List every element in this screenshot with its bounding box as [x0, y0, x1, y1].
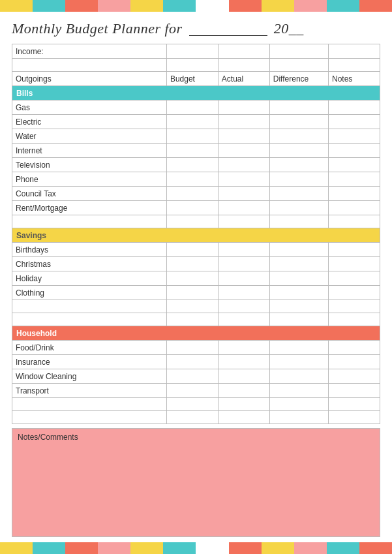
- row-phone-budget[interactable]: [166, 172, 218, 187]
- row-birthdays-notes[interactable]: [329, 243, 380, 257]
- er3-c5: [329, 300, 380, 313]
- row-holiday-budget[interactable]: [166, 271, 218, 286]
- notes-section[interactable]: Notes/Comments: [12, 428, 380, 537]
- er1-c4: [269, 59, 328, 72]
- savings-label: Savings: [12, 228, 380, 243]
- row-christmas-actual[interactable]: [218, 257, 269, 271]
- er1-c2: [166, 59, 218, 72]
- row-insurance-actual[interactable]: [218, 355, 269, 369]
- row-phone-label: Phone: [12, 172, 167, 187]
- bottom-bar-seg-10: [294, 542, 327, 554]
- row-clothing-notes[interactable]: [329, 286, 380, 300]
- bottom-bar-seg-12: [359, 542, 392, 554]
- row-council-tax-notes[interactable]: [329, 187, 380, 201]
- row-television-budget[interactable]: [166, 158, 218, 172]
- er3-c3: [218, 300, 269, 313]
- row-water-diff[interactable]: [269, 129, 328, 144]
- row-internet-notes[interactable]: [329, 144, 380, 158]
- bottom-bar-seg-3: [65, 542, 98, 554]
- col-outgoings: Outgoings: [12, 72, 167, 86]
- bills-section-header: Bills: [12, 86, 380, 100]
- row-window-cleaning: Window Cleaning: [12, 369, 380, 384]
- row-christmas-notes[interactable]: [329, 257, 380, 271]
- bottom-bar: [0, 542, 392, 554]
- row-electric: Electric: [12, 115, 380, 129]
- er3-c2: [166, 300, 218, 313]
- row-insurance-notes[interactable]: [329, 355, 380, 369]
- bottom-bar-seg-6: [163, 542, 196, 554]
- row-transport-label: Transport: [12, 384, 167, 398]
- top-bar-seg-2: [33, 0, 65, 12]
- row-transport-diff[interactable]: [269, 384, 328, 398]
- row-window-cleaning-diff[interactable]: [269, 369, 328, 384]
- row-internet-diff[interactable]: [269, 144, 328, 158]
- top-bar-seg-1: [0, 0, 33, 12]
- row-council-tax-budget[interactable]: [166, 187, 218, 201]
- bottom-bar-seg-9: [262, 542, 294, 554]
- row-rent-mortgage-diff[interactable]: [269, 201, 328, 215]
- row-clothing-budget[interactable]: [166, 286, 218, 300]
- top-bar-seg-8: [229, 0, 262, 12]
- row-gas-notes[interactable]: [329, 100, 380, 115]
- row-holiday-notes[interactable]: [329, 271, 380, 286]
- row-electric-notes[interactable]: [329, 115, 380, 129]
- row-television-actual[interactable]: [218, 158, 269, 172]
- top-bar-seg-3: [65, 0, 98, 12]
- row-television-diff[interactable]: [269, 158, 328, 172]
- row-electric-actual[interactable]: [218, 115, 269, 129]
- row-window-cleaning-notes[interactable]: [329, 369, 380, 384]
- row-rent-mortgage-budget[interactable]: [166, 201, 218, 215]
- row-christmas-diff[interactable]: [269, 257, 328, 271]
- row-water-actual[interactable]: [218, 129, 269, 144]
- row-gas-label: Gas: [12, 100, 167, 115]
- household-label: Household: [12, 326, 380, 341]
- row-rent-mortgage-notes[interactable]: [329, 201, 380, 215]
- row-gas-budget[interactable]: [166, 100, 218, 115]
- row-food-drink-budget[interactable]: [166, 341, 218, 355]
- row-phone-diff[interactable]: [269, 172, 328, 187]
- row-electric-budget[interactable]: [166, 115, 218, 129]
- row-gas-actual[interactable]: [218, 100, 269, 115]
- column-header-row: Outgoings Budget Actual Difference Notes: [12, 72, 380, 86]
- row-birthdays-diff[interactable]: [269, 243, 328, 257]
- row-water-notes[interactable]: [329, 129, 380, 144]
- row-phone-notes[interactable]: [329, 172, 380, 187]
- row-christmas-budget[interactable]: [166, 257, 218, 271]
- row-gas-diff[interactable]: [269, 100, 328, 115]
- row-birthdays-budget[interactable]: [166, 243, 218, 257]
- row-insurance-budget[interactable]: [166, 355, 218, 369]
- row-internet: Internet: [12, 144, 380, 158]
- row-council-tax-diff[interactable]: [269, 187, 328, 201]
- bottom-bar-seg-2: [33, 542, 65, 554]
- row-internet-actual[interactable]: [218, 144, 269, 158]
- row-rent-mortgage-actual[interactable]: [218, 201, 269, 215]
- row-council-tax-actual[interactable]: [218, 187, 269, 201]
- row-food-drink-actual[interactable]: [218, 341, 269, 355]
- row-clothing: Clothing: [12, 286, 380, 300]
- row-holiday-diff[interactable]: [269, 271, 328, 286]
- row-internet-budget[interactable]: [166, 144, 218, 158]
- row-clothing-actual[interactable]: [218, 286, 269, 300]
- row-phone-actual[interactable]: [218, 172, 269, 187]
- row-food-drink-notes[interactable]: [329, 341, 380, 355]
- title-year-suffix: __: [289, 20, 304, 37]
- row-transport-budget[interactable]: [166, 384, 218, 398]
- row-clothing-diff[interactable]: [269, 286, 328, 300]
- row-window-cleaning-actual[interactable]: [218, 369, 269, 384]
- row-holiday-actual[interactable]: [218, 271, 269, 286]
- row-transport-notes[interactable]: [329, 384, 380, 398]
- row-insurance-diff[interactable]: [269, 355, 328, 369]
- row-electric-diff[interactable]: [269, 115, 328, 129]
- row-water-budget[interactable]: [166, 129, 218, 144]
- row-birthdays-actual[interactable]: [218, 243, 269, 257]
- row-food-drink-label: Food/Drink: [12, 341, 167, 355]
- row-transport-actual[interactable]: [218, 384, 269, 398]
- er6-c5: [329, 411, 380, 424]
- income-diff: [269, 44, 328, 59]
- row-food-drink-diff[interactable]: [269, 341, 328, 355]
- top-bar-seg-10: [294, 0, 327, 12]
- row-window-cleaning-budget[interactable]: [166, 369, 218, 384]
- main-content: Monthly Budget Planner for 20__ Income:: [0, 12, 392, 542]
- row-birthdays: Birthdays: [12, 243, 380, 257]
- row-television-notes[interactable]: [329, 158, 380, 172]
